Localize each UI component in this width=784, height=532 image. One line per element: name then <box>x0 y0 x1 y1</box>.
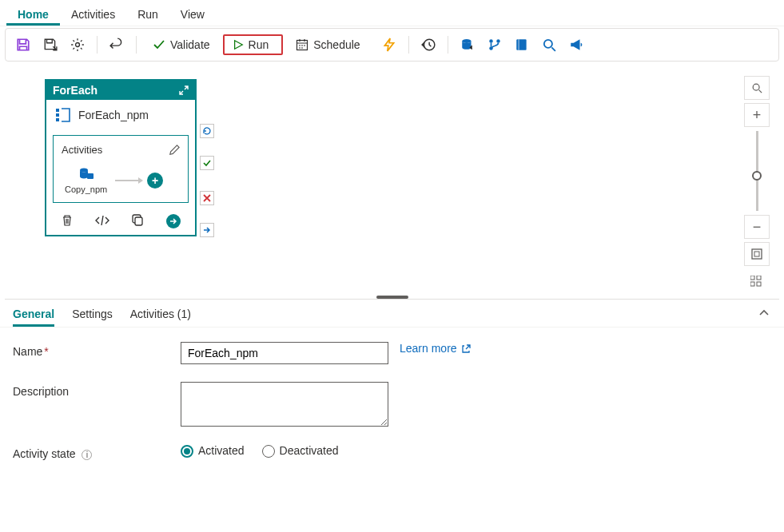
svg-rect-22 <box>757 282 761 286</box>
checkmark-icon <box>153 38 165 51</box>
zoom-in-button[interactable]: + <box>744 103 770 127</box>
svg-rect-11 <box>56 113 59 117</box>
activity-card-header: ForEach <box>46 81 195 100</box>
svg-point-0 <box>76 43 80 47</box>
tab-activities[interactable]: Activities (1) <box>130 308 191 327</box>
clone-icon[interactable] <box>132 214 145 227</box>
book-icon[interactable] <box>511 34 533 56</box>
svg-point-16 <box>753 84 759 90</box>
svg-point-13 <box>80 169 88 173</box>
tab-general[interactable]: General <box>13 308 54 327</box>
run-label: Run <box>249 38 269 51</box>
foreach-icon <box>54 106 72 124</box>
svg-rect-10 <box>56 109 59 112</box>
save-icon[interactable] <box>12 34 34 56</box>
branch-icon[interactable] <box>484 34 506 56</box>
inner-activities-label: Activities <box>62 144 102 156</box>
copy-activity-node[interactable]: Copy_npm <box>65 167 107 194</box>
radio-activated-indicator <box>181 445 193 458</box>
megaphone-icon[interactable] <box>565 34 587 56</box>
activity-name: ForEach_npm <box>78 109 149 121</box>
zoom-controls: + − <box>742 76 771 293</box>
tab-settings[interactable]: Settings <box>72 308 113 327</box>
zoom-out-button[interactable]: − <box>744 215 770 239</box>
delete-icon[interactable] <box>61 214 74 227</box>
external-link-icon <box>461 344 471 354</box>
copy-activity-label: Copy_npm <box>65 185 107 194</box>
panel-resize-handle[interactable] <box>376 296 408 299</box>
svg-point-9 <box>543 40 551 48</box>
connector-skip-icon[interactable] <box>200 223 214 237</box>
zoom-search-icon[interactable] <box>744 76 770 100</box>
expand-icon[interactable] <box>179 85 189 95</box>
code-icon[interactable] <box>95 214 109 227</box>
minimap-icon[interactable] <box>744 269 770 293</box>
zoom-handle[interactable] <box>752 171 762 181</box>
foreach-activity-card[interactable]: ForEach ForEach_npm Activities <box>45 79 197 236</box>
proceed-arrow-icon[interactable] <box>166 214 181 228</box>
settings-gear-icon[interactable] <box>66 34 89 56</box>
svg-rect-20 <box>757 276 761 280</box>
inner-activities-box: Activities Copy_npm + <box>53 135 189 203</box>
activity-card-footer <box>46 209 195 235</box>
svg-rect-15 <box>135 217 142 225</box>
collapse-panel-icon[interactable] <box>758 308 770 328</box>
svg-point-3 <box>462 39 471 43</box>
play-icon <box>233 39 244 50</box>
info-icon[interactable]: i <box>82 450 92 460</box>
inner-flow: Copy_npm + <box>62 167 180 194</box>
edit-pencil-icon[interactable] <box>169 145 180 156</box>
learn-more-link[interactable]: Learn more <box>400 342 471 355</box>
history-icon[interactable] <box>417 34 440 56</box>
validate-label: Validate <box>170 38 210 51</box>
activity-state-label: Activity state i <box>13 444 181 460</box>
activity-name-row: ForEach_npm <box>46 100 195 130</box>
menu-home[interactable]: Home <box>6 3 60 26</box>
name-input[interactable] <box>181 342 388 364</box>
toolbar: Validate Run Schedule <box>5 28 779 62</box>
schedule-label: Schedule <box>313 38 360 51</box>
radio-deactivated[interactable]: Deactivated <box>262 444 339 458</box>
radio-deactivated-indicator <box>262 445 275 458</box>
description-input[interactable] <box>181 382 388 427</box>
svg-point-4 <box>489 39 493 43</box>
run-button[interactable]: Run <box>223 34 284 55</box>
database-icon[interactable] <box>456 34 479 56</box>
svg-point-5 <box>496 39 500 43</box>
lightning-icon[interactable] <box>378 34 400 56</box>
main-menubar: Home Activities Run View <box>0 0 784 26</box>
properties-tabs: General Settings Activities (1) <box>0 300 784 328</box>
menu-activities[interactable]: Activities <box>60 3 126 26</box>
add-activity-button[interactable]: + <box>147 173 163 189</box>
pipeline-canvas[interactable]: ForEach ForEach_npm Activities <box>5 66 779 300</box>
description-label: Description <box>13 382 181 398</box>
calendar-icon <box>296 38 308 51</box>
connector-retry-icon[interactable] <box>200 124 214 138</box>
radio-activated[interactable]: Activated <box>181 444 245 458</box>
activity-type-label: ForEach <box>53 84 98 97</box>
validate-button[interactable]: Validate <box>145 35 218 54</box>
svg-rect-21 <box>750 282 754 286</box>
schedule-button[interactable]: Schedule <box>288 35 368 54</box>
toolbar-divider <box>97 36 98 54</box>
svg-rect-7 <box>516 39 526 50</box>
svg-rect-14 <box>87 173 94 179</box>
svg-rect-17 <box>752 249 762 259</box>
zoom-slider[interactable] <box>756 131 758 211</box>
name-label: Name* <box>13 342 181 358</box>
toolbar-divider <box>448 36 448 54</box>
save-as-icon[interactable] <box>39 34 62 56</box>
connector-failure-icon[interactable] <box>200 191 214 205</box>
toolbar-divider <box>408 36 409 54</box>
connector-success-icon[interactable] <box>200 156 214 170</box>
copy-data-icon <box>78 167 94 181</box>
flow-arrow-icon <box>115 180 139 181</box>
undo-icon[interactable] <box>105 34 128 56</box>
menu-view[interactable]: View <box>169 3 216 26</box>
svg-rect-8 <box>518 39 519 50</box>
properties-form: Name* Learn more Description Activity st… <box>0 328 784 492</box>
search-icon[interactable] <box>538 34 560 56</box>
svg-rect-19 <box>750 276 754 280</box>
menu-run[interactable]: Run <box>126 3 169 26</box>
fit-to-screen-icon[interactable] <box>744 242 770 266</box>
